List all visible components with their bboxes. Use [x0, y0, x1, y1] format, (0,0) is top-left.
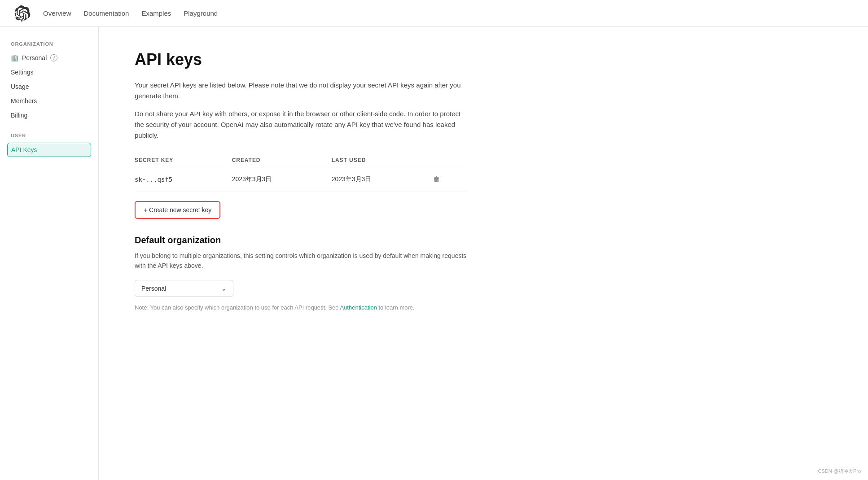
info-icon: i — [50, 54, 57, 61]
nav-item-overview[interactable]: Overview — [43, 9, 71, 17]
key-delete-cell: 🗑 — [431, 167, 467, 192]
default-org-title: Default organization — [135, 235, 467, 245]
user-group: USER API Keys — [7, 133, 91, 157]
table-row: sk-...qsf5 2023年3月3日 2023年3月3日 🗑 — [135, 167, 467, 192]
key-value: sk-...qsf5 — [135, 167, 232, 192]
user-section-title: USER — [7, 133, 91, 138]
sidebar-item-billing[interactable]: Billing — [7, 109, 91, 122]
col-header-last-used: LAST USED — [332, 153, 431, 167]
watermark: CSDN @鸡冲天Pro — [818, 468, 861, 475]
org-section-title: ORGANIZATION — [7, 41, 91, 47]
authentication-link[interactable]: Authentication — [340, 304, 377, 311]
col-header-created: CREATED — [232, 153, 332, 167]
sidebar-item-settings[interactable]: Settings — [7, 65, 91, 79]
note-text: Note: You can also specify which organiz… — [135, 304, 467, 311]
description-1: Your secret API keys are listed below. P… — [135, 80, 467, 101]
building-icon: 🏢 — [11, 54, 18, 61]
nav-links: Overview Documentation Examples Playgrou… — [43, 9, 218, 17]
key-created: 2023年3月3日 — [232, 167, 332, 192]
nav-item-examples[interactable]: Examples — [141, 9, 171, 17]
org-selected-value: Personal — [141, 285, 166, 292]
main-content: API keys Your secret API keys are listed… — [99, 27, 503, 480]
description-2: Do not share your API key with others, o… — [135, 109, 467, 141]
top-nav: Overview Documentation Examples Playgrou… — [0, 0, 868, 27]
col-header-actions — [431, 153, 467, 167]
sidebar-item-personal[interactable]: 🏢 Personal i — [7, 51, 91, 65]
sidebar: ORGANIZATION 🏢 Personal i Settings Usage… — [0, 27, 99, 480]
create-new-secret-key-button[interactable]: + Create new secret key — [135, 201, 220, 219]
nav-item-documentation[interactable]: Documentation — [84, 9, 129, 17]
page-title: API keys — [135, 50, 467, 69]
key-last-used: 2023年3月3日 — [332, 167, 431, 192]
chevron-down-icon: ⌄ — [221, 285, 227, 292]
sidebar-item-usage[interactable]: Usage — [7, 80, 91, 93]
logo — [14, 5, 31, 22]
keys-table: SECRET KEY CREATED LAST USED sk-...qsf5 … — [135, 153, 467, 192]
delete-key-button[interactable]: 🗑 — [431, 174, 442, 185]
sidebar-item-members[interactable]: Members — [7, 94, 91, 108]
nav-item-playground[interactable]: Playground — [184, 9, 218, 17]
default-org-desc: If you belong to multiple organizations,… — [135, 251, 467, 271]
col-header-key: SECRET KEY — [135, 153, 232, 167]
sidebar-item-api-keys[interactable]: API Keys — [7, 143, 91, 157]
org-dropdown[interactable]: Personal ⌄ — [135, 280, 233, 297]
org-group: ORGANIZATION 🏢 Personal i Settings Usage… — [7, 41, 91, 122]
